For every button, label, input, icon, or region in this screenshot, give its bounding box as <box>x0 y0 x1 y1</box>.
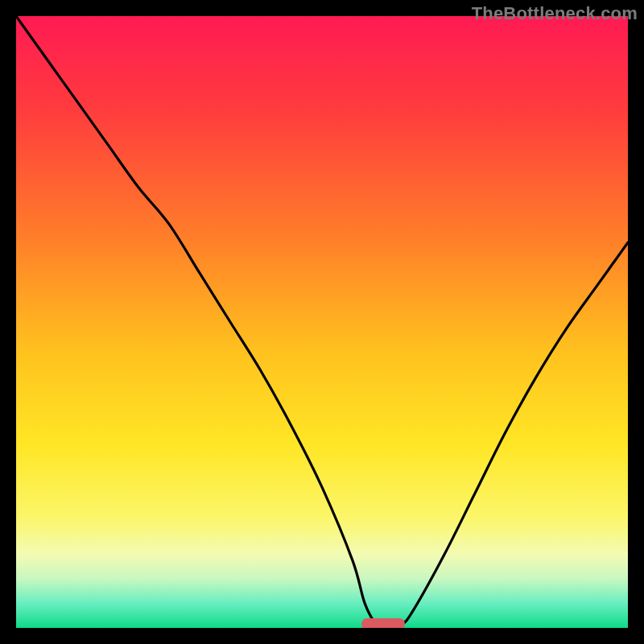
optimal-marker <box>361 618 404 628</box>
bottleneck-curve <box>16 16 628 628</box>
chart-frame: TheBottleneck.com <box>0 0 644 644</box>
plot-area <box>16 16 628 628</box>
watermark-text: TheBottleneck.com <box>472 3 638 24</box>
